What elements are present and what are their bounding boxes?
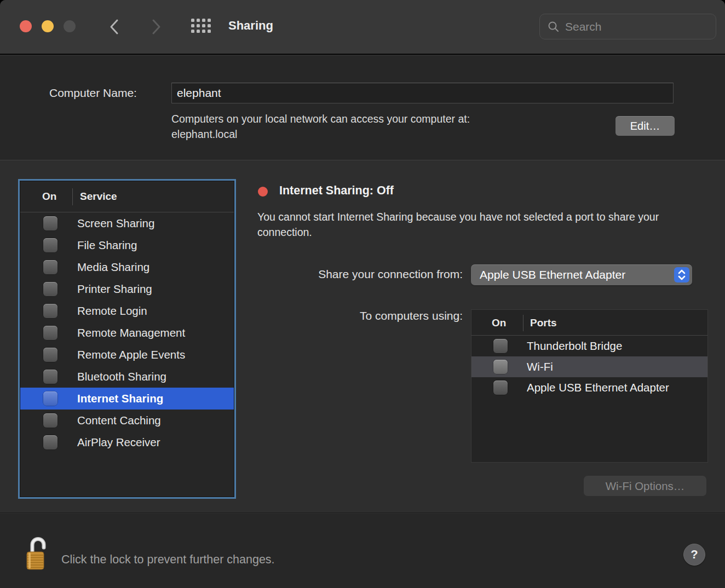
service-checkbox[interactable] [43, 260, 57, 274]
service-row[interactable]: Media Sharing [20, 256, 234, 278]
search-icon [548, 21, 560, 33]
service-row[interactable]: Screen Sharing [20, 212, 234, 234]
status-title: Internet Sharing: Off [279, 184, 394, 198]
unlocked-padlock-icon[interactable] [24, 537, 50, 570]
title-bar: Sharing [0, 0, 725, 55]
service-checkbox[interactable] [43, 391, 57, 406]
header-divider [523, 315, 523, 331]
service-label: Remote Management [77, 326, 185, 339]
service-label: File Sharing [77, 239, 137, 252]
edit-button[interactable]: Edit… [615, 116, 675, 136]
service-row[interactable]: Bluetooth Sharing [20, 366, 234, 388]
service-column-on: On [42, 191, 56, 203]
ports-table-header: On Ports [471, 310, 707, 336]
to-computers-label: To computers using: [307, 309, 463, 322]
computer-name-section [0, 56, 725, 160]
service-label: Internet Sharing [77, 392, 163, 405]
port-checkbox[interactable] [493, 360, 508, 374]
service-checkbox[interactable] [43, 282, 57, 296]
zoom-window-button[interactable] [64, 20, 76, 32]
service-checkbox[interactable] [43, 304, 57, 318]
service-checkbox[interactable] [43, 238, 57, 252]
status-description: You cannot start Internet Sharing becaus… [257, 209, 695, 240]
help-button[interactable]: ? [683, 544, 705, 566]
close-window-button[interactable] [20, 20, 32, 32]
service-label: Remote Login [77, 304, 147, 318]
search-input[interactable] [565, 20, 702, 33]
port-row[interactable]: Wi-Fi [471, 356, 707, 377]
service-label: AirPlay Receiver [77, 436, 160, 449]
port-row[interactable]: Apple USB Ethernet Adapter [471, 377, 707, 398]
service-row[interactable]: File Sharing [20, 234, 234, 256]
share-from-value: Apple USB Ethernet Adapter [480, 268, 625, 281]
service-list-header: On Service [20, 181, 234, 212]
share-from-label: Share your connection from: [252, 268, 463, 281]
service-list-rows: Screen SharingFile SharingMedia SharingP… [20, 212, 234, 453]
chevron-left-icon [108, 18, 121, 36]
footer-bar [0, 514, 725, 588]
port-row[interactable]: Thunderbolt Bridge [471, 336, 707, 356]
header-divider [72, 188, 73, 205]
service-label: Media Sharing [77, 261, 149, 274]
service-checkbox[interactable] [43, 435, 57, 449]
forward-button[interactable] [147, 17, 165, 37]
status-indicator-icon [258, 187, 268, 197]
service-row[interactable]: Printer Sharing [20, 278, 234, 300]
ports-table: On Ports Thunderbolt BridgeWi-FiApple US… [471, 309, 708, 463]
service-list: On Service Screen SharingFile SharingMed… [20, 181, 234, 497]
port-checkbox[interactable] [493, 381, 508, 395]
port-label: Apple USB Ethernet Adapter [527, 381, 707, 394]
port-label: Wi-Fi [527, 360, 707, 373]
chevron-right-icon [149, 18, 163, 36]
popup-stepper-icon [674, 267, 689, 283]
service-label: Remote Apple Events [77, 348, 185, 361]
computer-name-label: Computer Name: [49, 87, 137, 100]
wifi-options-button[interactable]: Wi-Fi Options… [584, 476, 706, 496]
show-all-grid-icon[interactable] [191, 19, 211, 35]
service-row[interactable]: Content Caching [20, 410, 234, 431]
ports-column-ports: Ports [530, 317, 557, 329]
service-checkbox[interactable] [43, 370, 57, 384]
service-row[interactable]: Internet Sharing [20, 388, 234, 410]
search-field[interactable] [539, 14, 716, 39]
computer-local-hostname: elephant.local [171, 128, 237, 141]
service-row[interactable]: Remote Apple Events [20, 344, 234, 366]
share-from-popup[interactable]: Apple USB Ethernet Adapter [471, 264, 692, 285]
ports-column-on: On [492, 317, 506, 329]
service-checkbox[interactable] [43, 348, 57, 362]
ports-table-rows: Thunderbolt BridgeWi-FiApple USB Etherne… [471, 336, 707, 398]
service-label: Screen Sharing [77, 217, 154, 230]
service-checkbox[interactable] [43, 413, 57, 428]
page-title: Sharing [228, 19, 273, 33]
service-row[interactable]: AirPlay Receiver [20, 431, 234, 453]
service-label: Bluetooth Sharing [77, 370, 166, 383]
computer-name-description: Computers on your local network can acce… [171, 113, 470, 125]
service-label: Printer Sharing [77, 283, 152, 296]
service-label: Content Caching [77, 414, 161, 427]
service-row[interactable]: Remote Management [20, 322, 234, 344]
back-button[interactable] [105, 17, 124, 37]
service-checkbox[interactable] [43, 326, 57, 340]
service-checkbox[interactable] [43, 216, 57, 230]
service-row[interactable]: Remote Login [20, 300, 234, 322]
sharing-preferences-window: Sharing Computer Name: Computers on your… [0, 0, 725, 588]
port-label: Thunderbolt Bridge [527, 339, 707, 353]
port-checkbox[interactable] [493, 339, 508, 353]
minimize-window-button[interactable] [42, 20, 54, 32]
lock-hint-text: Click the lock to prevent further change… [61, 553, 275, 567]
service-column-service: Service [80, 191, 117, 203]
computer-name-input[interactable] [171, 83, 674, 103]
